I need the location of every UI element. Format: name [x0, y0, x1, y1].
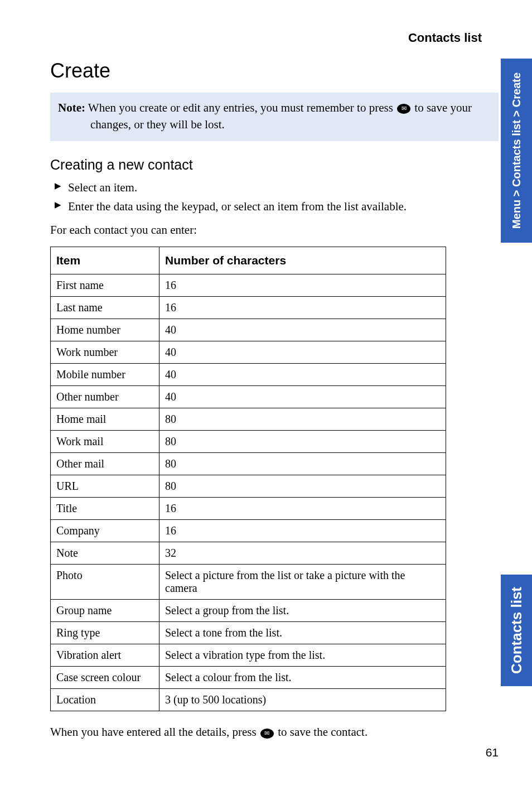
cell-value: 80 [159, 453, 446, 475]
header-section-title: Contacts list [50, 31, 482, 45]
table-row: Note32 [51, 542, 446, 565]
cell-value: 16 [159, 297, 446, 319]
cell-value: Select a colour from the list. [159, 667, 446, 689]
table-row: Ring typeSelect a tone from the list. [51, 622, 446, 644]
cell-value: 16 [159, 274, 446, 297]
cell-item: Other number [51, 386, 159, 408]
table-row: URL80 [51, 475, 446, 498]
cell-value: 40 [159, 319, 446, 341]
cell-item: Work number [51, 341, 159, 364]
cell-item: Note [51, 542, 159, 565]
table-row: Last name16 [51, 297, 446, 319]
table-row: Home number40 [51, 319, 446, 341]
table-row: First name16 [51, 274, 446, 297]
table-row: Group nameSelect a group from the list. [51, 600, 446, 622]
table-row: Case screen colourSelect a colour from t… [51, 667, 446, 689]
table-row: Home mail80 [51, 408, 446, 431]
cell-item: Title [51, 498, 159, 520]
cell-value: 3 (up to 500 locations) [159, 689, 446, 711]
table-row: Vibration alertSelect a vibration type f… [51, 644, 446, 667]
footer-before-icon: When you have entered all the details, p… [50, 725, 259, 739]
table-header-chars: Number of characters [159, 247, 446, 274]
cell-value: 40 [159, 341, 446, 364]
table-row: Other number40 [51, 386, 446, 408]
table-row: Title16 [51, 498, 446, 520]
cell-value: 80 [159, 431, 446, 453]
cell-item: Case screen colour [51, 667, 159, 689]
intro-text: For each contact you can enter: [50, 221, 499, 239]
cell-item: Location [51, 689, 159, 711]
footer-text: When you have entered all the details, p… [50, 724, 499, 741]
bullet-list: Select an item. Enter the data using the… [50, 179, 499, 216]
cell-item: Ring type [51, 622, 159, 644]
footer-after-icon: to save the contact. [278, 725, 367, 739]
save-key-icon [260, 729, 274, 739]
side-tab-breadcrumb: Menu > Contacts list > Create [501, 59, 532, 243]
cell-value: 80 [159, 408, 446, 431]
cell-item: Home mail [51, 408, 159, 431]
table-row: Work mail80 [51, 431, 446, 453]
list-item: Select an item. [50, 179, 499, 197]
list-item: Enter the data using the keypad, or sele… [50, 197, 499, 216]
cell-value: 40 [159, 364, 446, 386]
cell-item: First name [51, 274, 159, 297]
table-row: Location3 (up to 500 locations) [51, 689, 446, 711]
side-tab-section: Contacts list [501, 575, 532, 686]
table-header-row: Item Number of characters [51, 247, 446, 274]
cell-item: Vibration alert [51, 644, 159, 667]
cell-value: Select a vibration type from the list. [159, 644, 446, 667]
note-text-before-icon: When you create or edit any entries, you… [88, 101, 396, 114]
cell-value: 40 [159, 386, 446, 408]
cell-item: Photo [51, 565, 159, 600]
cell-item: Last name [51, 297, 159, 319]
cell-item: Work mail [51, 431, 159, 453]
table-row: Mobile number40 [51, 364, 446, 386]
cell-item: Home number [51, 319, 159, 341]
note-text-line2: changes, or they will be lost. [90, 116, 491, 133]
page-title: Create [50, 59, 499, 83]
page-number: 61 [486, 746, 499, 759]
table-row: PhotoSelect a picture from the list or t… [51, 565, 446, 600]
cell-item: URL [51, 475, 159, 498]
table-row: Company16 [51, 520, 446, 542]
cell-item: Group name [51, 600, 159, 622]
page: Contacts list Create Note: When you crea… [0, 0, 532, 786]
table-header-item: Item [51, 247, 159, 274]
note-label: Note: [58, 101, 85, 114]
cell-item: Mobile number [51, 364, 159, 386]
subheading: Creating a new contact [50, 157, 499, 173]
table-row: Work number40 [51, 341, 446, 364]
contact-fields-table: Item Number of characters First name16 L… [50, 247, 446, 711]
cell-value: Select a group from the list. [159, 600, 446, 622]
cell-item: Other mail [51, 453, 159, 475]
cell-value: 32 [159, 542, 446, 565]
cell-value: Select a tone from the list. [159, 622, 446, 644]
save-key-icon [397, 104, 410, 114]
cell-value: 80 [159, 475, 446, 498]
table-row: Other mail80 [51, 453, 446, 475]
note-box: Note: When you create or edit any entrie… [50, 93, 499, 141]
cell-value: Select a picture from the list or take a… [159, 565, 446, 600]
cell-value: 16 [159, 498, 446, 520]
cell-item: Company [51, 520, 159, 542]
cell-value: 16 [159, 520, 446, 542]
note-text-after-icon: to save your [414, 101, 472, 114]
